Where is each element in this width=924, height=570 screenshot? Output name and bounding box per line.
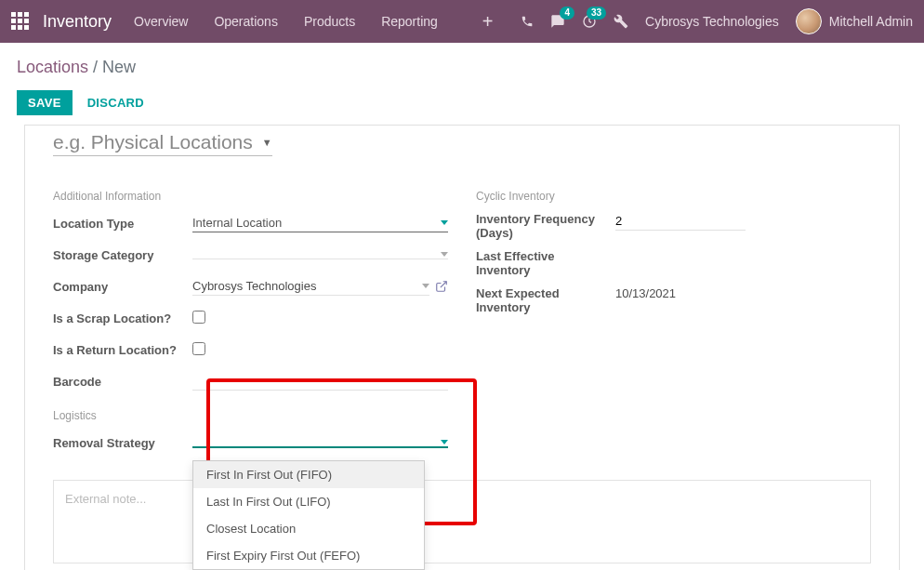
label-barcode: Barcode bbox=[53, 375, 192, 389]
dropdown-option-lifo[interactable]: Last In First Out (LIFO) bbox=[193, 488, 424, 515]
label-company: Company bbox=[53, 280, 192, 294]
breadcrumb-current: New bbox=[102, 58, 136, 76]
company-switcher[interactable]: Cybrosys Technologies bbox=[645, 14, 779, 29]
menu-operations[interactable]: Operations bbox=[214, 14, 277, 29]
removal-strategy-select[interactable] bbox=[192, 438, 448, 448]
label-location-type: Location Type bbox=[53, 217, 192, 231]
next-exp-value: 10/13/2021 bbox=[615, 286, 676, 300]
return-checkbox[interactable] bbox=[192, 342, 205, 355]
external-note[interactable]: External note... bbox=[53, 480, 871, 563]
menu-plus-icon[interactable]: + bbox=[482, 11, 494, 33]
caret-down-icon bbox=[441, 220, 448, 225]
breadcrumb: Locations / New bbox=[17, 58, 907, 77]
breadcrumb-parent[interactable]: Locations bbox=[17, 58, 88, 76]
label-storage-category: Storage Category bbox=[53, 248, 192, 262]
note-placeholder: External note... bbox=[65, 492, 146, 506]
chevron-down-icon: ▼ bbox=[262, 137, 272, 148]
phone-icon[interactable] bbox=[521, 15, 534, 28]
removal-strategy-dropdown: First In First Out (FIFO) Last In First … bbox=[192, 460, 425, 570]
section-additional: Additional Information bbox=[53, 190, 448, 203]
navbar-menu: Overview Operations Products Reporting + bbox=[134, 11, 493, 33]
messages-badge: 4 bbox=[560, 7, 574, 20]
menu-overview[interactable]: Overview bbox=[134, 14, 188, 29]
company-value: Cybrosys Technologies bbox=[192, 279, 316, 293]
parent-location-placeholder: e.g. Physical Locations bbox=[53, 131, 253, 153]
discard-button[interactable]: DISCARD bbox=[87, 96, 144, 110]
avatar-icon bbox=[796, 8, 822, 34]
caret-down-icon bbox=[441, 440, 448, 444]
dropdown-option-fifo[interactable]: First In First Out (FIFO) bbox=[193, 461, 424, 488]
label-last-eff: Last Effective Inventory bbox=[476, 249, 615, 277]
activity-badge: 33 bbox=[587, 7, 606, 20]
parent-location-field[interactable]: e.g. Physical Locations ▼ bbox=[53, 131, 272, 156]
top-navbar: Inventory Overview Operations Products R… bbox=[0, 0, 924, 43]
messages-icon[interactable]: 4 bbox=[550, 14, 565, 29]
svg-line-1 bbox=[441, 282, 446, 287]
location-type-select[interactable]: Internal Location bbox=[192, 214, 448, 232]
activity-icon[interactable]: 33 bbox=[582, 14, 597, 29]
debug-icon[interactable] bbox=[614, 14, 628, 29]
form-sheet: e.g. Physical Locations ▼ Additional Inf… bbox=[24, 125, 900, 570]
external-link-icon[interactable] bbox=[435, 280, 448, 293]
menu-products[interactable]: Products bbox=[304, 14, 355, 29]
save-button[interactable]: SAVE bbox=[17, 90, 73, 115]
label-return: Is a Return Location? bbox=[53, 343, 192, 357]
app-brand[interactable]: Inventory bbox=[43, 12, 112, 32]
storage-category-select[interactable] bbox=[192, 250, 448, 259]
section-logistics: Logistics bbox=[53, 409, 448, 422]
barcode-input[interactable] bbox=[192, 372, 448, 391]
apps-icon[interactable] bbox=[11, 12, 30, 31]
location-type-value: Internal Location bbox=[192, 216, 282, 230]
label-next-exp: Next Expected Inventory bbox=[476, 286, 615, 314]
label-scrap: Is a Scrap Location? bbox=[53, 312, 192, 325]
user-name: Mitchell Admin bbox=[829, 14, 913, 29]
user-menu[interactable]: Mitchell Admin bbox=[796, 8, 913, 34]
label-removal-strategy: Removal Strategy bbox=[53, 436, 192, 450]
dropdown-option-closest[interactable]: Closest Location bbox=[193, 515, 424, 542]
control-bar: Locations / New SAVE DISCARD bbox=[0, 43, 924, 125]
dropdown-option-fefo[interactable]: First Expiry First Out (FEFO) bbox=[193, 542, 424, 569]
caret-down-icon bbox=[441, 252, 448, 257]
inv-freq-input[interactable] bbox=[615, 212, 746, 231]
breadcrumb-sep: / bbox=[88, 58, 102, 76]
caret-down-icon bbox=[422, 284, 429, 288]
scrap-checkbox[interactable] bbox=[192, 311, 205, 324]
section-cyclic: Cyclic Inventory bbox=[476, 190, 871, 203]
company-select[interactable]: Cybrosys Technologies bbox=[192, 277, 429, 296]
label-inv-freq: Inventory Frequency (Days) bbox=[476, 212, 615, 240]
menu-reporting[interactable]: Reporting bbox=[381, 14, 438, 29]
